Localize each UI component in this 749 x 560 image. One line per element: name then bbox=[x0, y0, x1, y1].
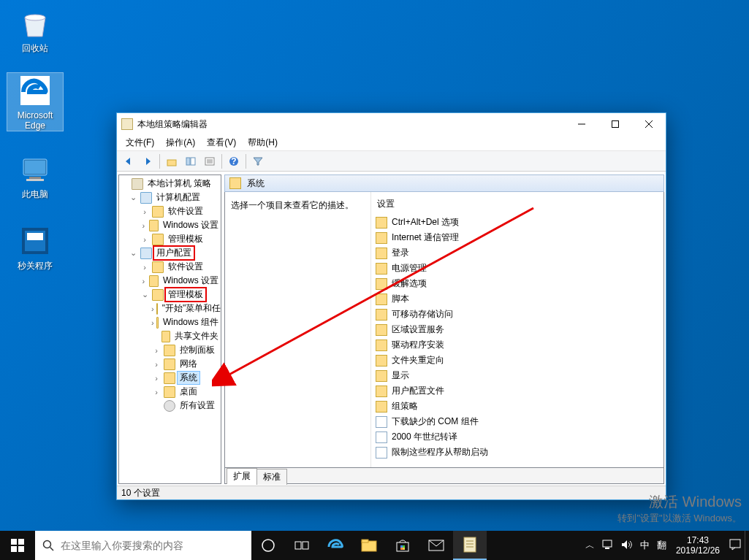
watermark-sub: 转到"设置"以激活 Windows。 bbox=[617, 512, 742, 525]
list-item[interactable]: 组策略 bbox=[371, 399, 664, 414]
list-item[interactable]: Internet 通信管理 bbox=[371, 230, 664, 245]
folder-icon bbox=[376, 294, 387, 305]
chevron-down-icon[interactable]: ⌄ bbox=[140, 290, 150, 299]
taskbar-gpedit[interactable] bbox=[453, 531, 487, 560]
menu-file[interactable]: 文件(F) bbox=[120, 135, 160, 150]
search-input[interactable] bbox=[61, 540, 251, 551]
tray-ime-mode[interactable]: 翻 bbox=[653, 539, 670, 552]
list-item[interactable]: 限制这些程序从帮助启动 bbox=[371, 445, 664, 460]
tree-item[interactable]: 控制面板 bbox=[178, 344, 217, 356]
list-item[interactable]: 可移动存储访问 bbox=[371, 307, 664, 322]
folder-icon bbox=[376, 386, 387, 397]
desktop-icon-recycle-bin[interactable]: 回收站 bbox=[7, 6, 63, 53]
up-button[interactable] bbox=[163, 153, 180, 170]
chevron-right-icon[interactable]: › bbox=[140, 263, 150, 272]
menu-help[interactable]: 帮助(H) bbox=[242, 135, 284, 150]
show-desktop-button[interactable] bbox=[745, 531, 749, 560]
maximize-button[interactable] bbox=[598, 113, 632, 135]
chevron-down-icon[interactable]: ⌄ bbox=[128, 193, 138, 202]
list-item[interactable]: 电源管理 bbox=[371, 261, 664, 276]
chevron-right-icon[interactable]: › bbox=[151, 304, 154, 313]
tree-item[interactable]: 网络 bbox=[178, 358, 199, 370]
list-item[interactable]: 驱动程序安装 bbox=[371, 337, 664, 353]
close-button[interactable] bbox=[632, 113, 666, 135]
tree-item[interactable]: Windows 设置 bbox=[161, 219, 221, 231]
chevron-down-icon[interactable]: ⌄ bbox=[128, 248, 138, 258]
chevron-right-icon[interactable]: › bbox=[140, 221, 147, 230]
menu-view[interactable]: 查看(V) bbox=[201, 135, 242, 150]
svg-rect-38 bbox=[403, 548, 405, 550]
chevron-right-icon[interactable]: › bbox=[140, 207, 150, 216]
tree-user-config[interactable]: 用户配置 bbox=[154, 247, 194, 259]
tree-system[interactable]: 系统 bbox=[178, 372, 199, 384]
list-item[interactable]: 用户配置文件 bbox=[371, 383, 664, 399]
chevron-right-icon[interactable]: › bbox=[140, 235, 150, 244]
help-button[interactable]: ? bbox=[225, 153, 243, 170]
task-view-button[interactable] bbox=[285, 531, 319, 560]
desktop-icon-this-pc[interactable]: 此电脑 bbox=[7, 152, 63, 199]
list-item[interactable]: Ctrl+Alt+Del 选项 bbox=[371, 215, 664, 230]
taskbar-edge[interactable] bbox=[319, 531, 352, 560]
titlebar[interactable]: 本地组策略编辑器 bbox=[117, 113, 666, 135]
tree-item[interactable]: 软件设置 bbox=[166, 205, 205, 218]
chevron-right-icon[interactable]: › bbox=[151, 318, 154, 327]
folder-icon bbox=[376, 324, 387, 336]
tray-action-center-icon[interactable] bbox=[726, 539, 745, 553]
minimize-button[interactable] bbox=[565, 113, 598, 135]
filter-button[interactable] bbox=[249, 153, 267, 170]
tree-item[interactable]: Windows 组件 bbox=[161, 316, 221, 329]
tray-volume-icon[interactable] bbox=[617, 540, 636, 552]
tray-network-icon[interactable] bbox=[598, 540, 617, 552]
item-label: 组策略 bbox=[392, 400, 418, 413]
search-icon bbox=[35, 540, 61, 551]
chevron-right-icon[interactable]: › bbox=[151, 346, 161, 355]
app-icon bbox=[121, 118, 133, 130]
properties-button[interactable] bbox=[201, 153, 218, 170]
chevron-right-icon[interactable]: › bbox=[151, 360, 161, 369]
forward-button[interactable] bbox=[139, 153, 156, 170]
svg-rect-8 bbox=[27, 233, 43, 240]
chevron-right-icon[interactable]: › bbox=[140, 277, 147, 285]
tree-item[interactable]: Windows 设置 bbox=[161, 275, 221, 287]
tree-pane[interactable]: 本地计算机 策略 ⌄计算机配置 ›软件设置 ›Windows 设置 ›管理模板 … bbox=[118, 174, 221, 484]
list-item[interactable]: 下载缺少的 COM 组件 bbox=[371, 414, 664, 429]
tab-standard[interactable]: 标准 bbox=[256, 469, 287, 485]
list-item[interactable]: 缓解选项 bbox=[371, 276, 664, 291]
show-hide-button[interactable] bbox=[182, 153, 199, 170]
status-text: 10 个设置 bbox=[121, 487, 160, 499]
menu-action[interactable]: 操作(A) bbox=[160, 135, 201, 150]
desktop-icon-sec-shutdown[interactable]: 秒关程序 bbox=[7, 223, 63, 271]
tree-root[interactable]: 本地计算机 策略 bbox=[145, 177, 213, 190]
list-item[interactable]: 显示 bbox=[371, 368, 664, 383]
tray-ime-lang[interactable]: 中 bbox=[636, 539, 653, 552]
tree-item[interactable]: 管理模板 bbox=[166, 233, 205, 245]
desktop-icon-edge[interactable]: MicrosoftEdge bbox=[7, 73, 63, 131]
tab-extended[interactable]: 扩展 bbox=[227, 468, 257, 484]
tree-computer-config[interactable]: 计算机配置 bbox=[154, 191, 202, 204]
back-button[interactable] bbox=[120, 153, 137, 170]
taskbar-explorer[interactable] bbox=[352, 531, 386, 560]
list-item[interactable]: 登录 bbox=[371, 245, 664, 261]
column-header-settings[interactable]: 设置 bbox=[371, 196, 664, 215]
taskbar-mail[interactable] bbox=[419, 531, 453, 560]
tree-item[interactable]: 软件设置 bbox=[166, 261, 205, 273]
tree-item[interactable]: 共享文件夹 bbox=[172, 330, 221, 342]
tree-item[interactable]: "开始"菜单和任务栏 bbox=[160, 302, 221, 315]
list-item[interactable]: 区域设置服务 bbox=[371, 322, 664, 337]
tray-chevron-up-icon[interactable]: ︿ bbox=[582, 539, 598, 552]
policy-doc-icon bbox=[376, 447, 387, 459]
tree-item[interactable]: 所有设置 bbox=[178, 399, 217, 412]
list-item[interactable]: 脚本 bbox=[371, 291, 664, 307]
chevron-right-icon[interactable]: › bbox=[151, 388, 161, 396]
list-item[interactable]: 文件夹重定向 bbox=[371, 353, 664, 368]
taskbar-store[interactable] bbox=[386, 531, 419, 560]
list-item[interactable]: 2000 年世纪转译 bbox=[371, 429, 664, 445]
cortana-button[interactable] bbox=[251, 531, 285, 560]
tree-admin-templates[interactable]: 管理模板 bbox=[166, 288, 205, 301]
items-list[interactable]: 设置 Ctrl+Alt+Del 选项Internet 通信管理登录电源管理缓解选… bbox=[371, 192, 664, 467]
start-button[interactable] bbox=[0, 531, 35, 560]
search-box[interactable] bbox=[35, 531, 251, 560]
chevron-right-icon[interactable]: › bbox=[151, 374, 161, 383]
tray-clock[interactable]: 17:43 2019/12/26 bbox=[670, 535, 726, 556]
tree-item[interactable]: 桌面 bbox=[178, 386, 199, 398]
